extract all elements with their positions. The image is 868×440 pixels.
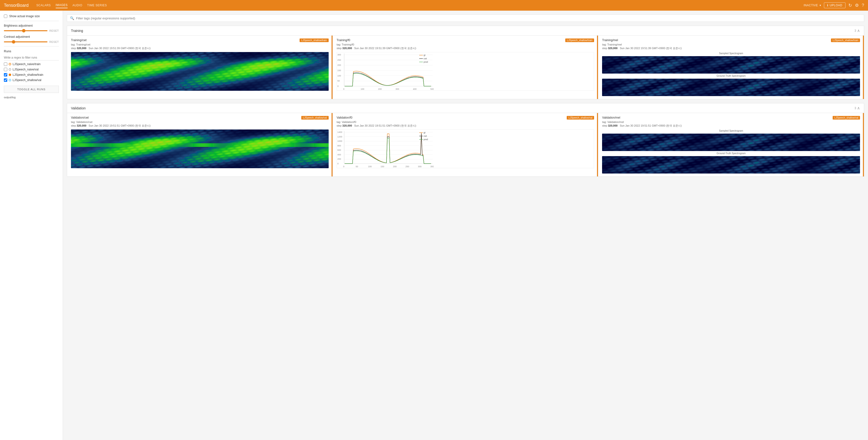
validation-cwt-image <box>71 130 329 168</box>
show-actual-size-row: Show actual image size <box>4 14 59 18</box>
run-color-0 <box>9 63 11 65</box>
help-icon[interactable]: ? <box>862 3 864 8</box>
show-actual-size-checkbox[interactable] <box>4 14 7 18</box>
nav-images[interactable]: IMAGES <box>56 2 68 8</box>
validation-f0-tag: tag: Validation/f0 <box>337 121 594 124</box>
run-item-1[interactable]: LJSpeech_naive/val <box>4 68 59 71</box>
training-title: Training <box>71 29 83 33</box>
search-icon: 🔍 <box>70 16 74 20</box>
validation-f0-badge: LJSpeech_shallow/val <box>567 116 594 120</box>
validation-mel-image: Sampled Spectrogram Ground-Truth Spectro… <box>602 130 860 173</box>
app-logo: TensorBoard <box>4 3 29 8</box>
validation-f0-header: Validation/f0 LJSpeech_shallow/val <box>337 116 594 120</box>
validation-mel-step: step 320,000 Sun Jan 30 2022 19:51:51 GM… <box>602 124 860 128</box>
run-checkbox-1[interactable] <box>4 68 7 71</box>
training-cwt-header: Training/cwt LJSpeech_shallow/train <box>71 38 329 42</box>
validation-f0-card: Validation/f0 LJSpeech_shallow/val tag: … <box>333 113 598 176</box>
run-checkbox-3[interactable] <box>4 78 7 82</box>
validation-count: 3 ∧ <box>855 106 860 110</box>
training-section-header: Training 3 ∧ <box>67 26 864 36</box>
training-f0-badge: LJSpeech_shallow/train <box>565 38 594 42</box>
training-mel-step: step 320,000 Sun Jan 30 2022 19:51:39 GM… <box>602 46 860 50</box>
nav-audio[interactable]: AUDIO <box>72 3 82 8</box>
sampled-spec-label: Sampled Spectrogram <box>602 52 860 55</box>
training-cwt-tag: tag: Training/cwt <box>71 43 329 46</box>
brightness-reset-button[interactable]: RESET <box>50 29 59 32</box>
validation-cwt-card: Validation/cwt LJSpeech_shallow/val tag:… <box>67 113 333 176</box>
validation-mel-tag: tag: Validation/mel <box>602 121 860 124</box>
nav-time-series[interactable]: TIME SERIES <box>87 3 107 8</box>
topnav-right: INACTIVE ▾ ℹ UPLOAD ↻ ⚙ ? <box>804 2 864 8</box>
validation-f0-title: Validation/f0 <box>337 116 352 119</box>
run-label-3: LJSpeech_shallow/val <box>12 78 41 82</box>
validation-collapse-icon[interactable]: ∧ <box>857 106 860 110</box>
run-item-0[interactable]: LJSpeech_naive/train <box>4 62 59 66</box>
validation-mel-badge: LJSpeech_shallow/val <box>833 116 860 120</box>
validation-cwt-tag: tag: Validation/cwt <box>71 121 329 124</box>
inactive-selector[interactable]: INACTIVE ▾ <box>804 4 821 7</box>
training-f0-card: Training/f0 LJSpeech_shallow/train tag: … <box>333 36 598 99</box>
output-log: output/log <box>4 96 59 99</box>
nav-links: SCALARS IMAGES AUDIO TIME SERIES <box>36 2 107 8</box>
training-mel-card: Training/mel LJSpeech_shallow/train tag:… <box>598 36 864 99</box>
training-collapse-icon[interactable]: ∧ <box>857 28 860 33</box>
validation-cwt-header: Validation/cwt LJSpeech_shallow/val <box>71 116 329 120</box>
runs-filter <box>4 55 59 61</box>
training-cwt-image <box>71 52 329 91</box>
val-sampled-spectrogram <box>602 134 860 151</box>
contrast-reset-button[interactable]: RESET <box>50 40 59 43</box>
training-mel-title: Training/mel <box>602 38 618 42</box>
validation-mel-title: Validation/mel <box>602 116 620 119</box>
run-label-2: LJSpeech_shallow/train <box>12 73 43 76</box>
main-layout: Show actual image size Brightness adjust… <box>0 11 868 440</box>
validation-mel-header: Validation/mel LJSpeech_shallow/val <box>602 116 860 120</box>
validation-f0-image <box>337 130 594 168</box>
validation-title: Validation <box>71 106 86 110</box>
run-item-2[interactable]: LJSpeech_shallow/train <box>4 73 59 76</box>
toggle-all-runs-button[interactable]: TOGGLE ALL RUNS <box>4 86 59 93</box>
training-f0-tag: tag: Training/f0 <box>337 43 594 46</box>
brightness-slider[interactable] <box>4 30 48 31</box>
contrast-slider-row: RESET <box>4 40 59 43</box>
orange-accent-bar-mel <box>863 36 864 99</box>
orange-accent-bar-f0 <box>597 36 598 99</box>
training-cwt-title: Training/cwt <box>71 38 87 42</box>
contrast-section: Contrast adjustment RESET <box>4 35 59 43</box>
contrast-label: Contrast adjustment <box>4 35 59 38</box>
nav-scalars[interactable]: SCALARS <box>36 3 51 8</box>
training-cwt-badge: LJSpeech_shallow/train <box>300 38 329 42</box>
run-label-0: LJSpeech_naive/train <box>12 62 40 66</box>
show-actual-size-label: Show actual image size <box>9 14 40 18</box>
sampled-spectrogram <box>602 56 860 74</box>
settings-icon[interactable]: ⚙ <box>855 3 859 8</box>
info-icon: ℹ <box>827 4 829 7</box>
run-checkbox-2[interactable] <box>4 73 7 76</box>
training-f0-step: step 320,000 Sun Jan 30 2022 19:51:39 GM… <box>337 46 594 50</box>
upload-button[interactable]: ℹ UPLOAD <box>824 2 845 8</box>
run-item-3[interactable]: LJSpeech_shallow/val <box>4 78 59 82</box>
training-mel-tag: tag: Training/mel <box>602 43 860 46</box>
run-checkbox-0[interactable] <box>4 62 7 66</box>
training-cwt-step: step 320,000 Sun Jan 30 2022 19:51:39 GM… <box>71 46 329 50</box>
training-count: 3 ∧ <box>855 28 860 33</box>
brightness-label: Brightness adjustment <box>4 24 59 27</box>
training-cwt-card: Training/cwt LJSpeech_shallow/train tag:… <box>67 36 333 99</box>
training-mel-header: Training/mel LJSpeech_shallow/train <box>602 38 860 42</box>
contrast-slider[interactable] <box>4 41 48 42</box>
brightness-slider-row: RESET <box>4 29 59 32</box>
brightness-section: Brightness adjustment RESET <box>4 24 59 32</box>
refresh-icon[interactable]: ↻ <box>848 3 852 8</box>
filter-input[interactable] <box>76 16 861 20</box>
validation-cwt-title: Validation/cwt <box>71 116 89 119</box>
run-label-1: LJSpeech_naive/val <box>12 68 38 71</box>
orange-accent-bar <box>332 36 333 99</box>
validation-f0-step: step 320,000 Sun Jan 30 2022 19:51:51 GM… <box>337 124 594 128</box>
top-navigation: TensorBoard SCALARS IMAGES AUDIO TIME SE… <box>0 0 868 11</box>
val-groundtruth-spectrogram <box>602 156 860 173</box>
groundtruth-spec-label: Ground-Truth Spectrogram <box>602 74 860 77</box>
training-image-grid: Training/cwt LJSpeech_shallow/train tag:… <box>67 36 864 99</box>
validation-image-grid: Validation/cwt LJSpeech_shallow/val tag:… <box>67 113 864 176</box>
runs-filter-input[interactable] <box>4 55 59 61</box>
training-f0-header: Training/f0 LJSpeech_shallow/train <box>337 38 594 42</box>
training-mel-image: Sampled Spectrogram Ground-Truth Spectro… <box>602 52 860 96</box>
